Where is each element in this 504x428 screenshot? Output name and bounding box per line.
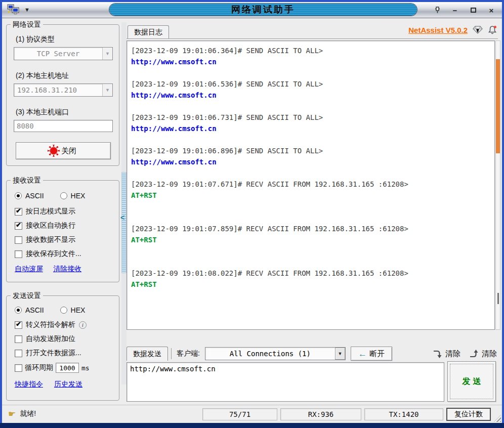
close-connection-button[interactable]: 关闭 — [16, 142, 111, 159]
chevron-down-icon[interactable]: ▼ — [102, 84, 112, 96]
arrow-curve-up-icon — [470, 349, 479, 359]
disconnect-label: 断开 — [369, 349, 385, 359]
connection-value: All Connections (1) — [205, 348, 335, 360]
system-menu[interactable]: ▼ — [7, 4, 30, 15]
cycle-label: 循环周期 — [25, 363, 53, 372]
tab-data-log[interactable]: 数据日志 — [128, 25, 169, 38]
splitter-grip[interactable] — [121, 172, 127, 273]
auto-append-checkbox[interactable] — [15, 335, 22, 343]
data-log-area[interactable]: [2023-12-09 19:01:06.364]# SEND ASCII TO… — [127, 40, 495, 330]
connection-select[interactable]: All Connections (1) ▼ — [205, 347, 346, 360]
send-settings-title: 发送设置 — [11, 291, 43, 301]
resize-grip[interactable] — [494, 415, 501, 422]
network-settings-title: 网络设置 — [11, 20, 43, 29]
send-button-focus-frame: 发送 — [450, 364, 493, 399]
host-select[interactable]: 192.168.31.210 ▼ — [14, 83, 113, 97]
window-title: 网络调试助手 — [231, 4, 295, 16]
title-capsule: 网络调试助手 — [109, 4, 417, 16]
log-entry-body: http://www.cmsoft.cn — [131, 56, 494, 67]
cycle-input[interactable] — [56, 363, 79, 373]
hide-recv-checkbox[interactable] — [15, 236, 22, 244]
version-link[interactable]: NetAssist V5.0.2 — [408, 26, 468, 34]
log-mode-label: 按日志模式显示 — [26, 207, 75, 216]
log-scrollbar[interactable] — [495, 40, 500, 330]
tab-data-send[interactable]: 数据发送 — [127, 347, 168, 361]
info-icon[interactable]: i — [79, 321, 87, 329]
log-entry-body: AT+RST — [131, 279, 494, 290]
auto-wrap-checkbox[interactable] — [15, 222, 22, 230]
panel-splitter[interactable]: < — [121, 22, 127, 384]
tab-data-log-label: 数据日志 — [134, 28, 162, 37]
auto-wrap-label: 接收区自动换行 — [26, 221, 75, 230]
send-data-input[interactable]: http://www.cmsoft.cn — [127, 362, 444, 402]
log-entry-header: [2023-12-09 19:01:06.896]# SEND ASCII TO… — [131, 145, 494, 156]
divider — [171, 348, 172, 359]
chevron-down-icon[interactable]: ▼ — [102, 48, 112, 60]
protocol-label: (1) 协议类型 — [16, 35, 55, 44]
recv-hex-label: HEX — [71, 192, 86, 200]
log-entry: [2023-12-09 19:01:07.671]# RECV ASCII FR… — [131, 179, 494, 201]
close-button[interactable]: × — [486, 5, 497, 15]
send-button-label: 发送 — [460, 376, 484, 387]
log-entry-body: http://www.cmsoft.cn — [131, 123, 494, 134]
auto-scroll-link[interactable]: 自动滚屏 — [15, 265, 43, 274]
send-button[interactable]: 发送 — [447, 361, 496, 402]
title-bar: ▼ 网络调试助手 − × — [2, 2, 502, 18]
chevron-down-icon[interactable]: ▼ — [335, 348, 345, 360]
maximize-button[interactable] — [468, 5, 479, 15]
escape-parse-label: 转义符指令解析 — [26, 320, 75, 329]
arrow-curve-down-icon — [433, 349, 442, 359]
recv-hex-radio[interactable] — [60, 192, 67, 199]
log-entry: [2023-12-09 19:01:06.364]# SEND ASCII TO… — [131, 45, 494, 67]
host-value: 192.168.31.210 — [14, 84, 102, 96]
log-entry-header: [2023-12-09 19:01:07.859]# RECV ASCII FR… — [131, 223, 494, 234]
cycle-checkbox[interactable] — [15, 364, 22, 372]
bell-icon[interactable] — [488, 25, 497, 34]
clear-send-button[interactable]: 清除 — [470, 349, 497, 359]
app-body: ▼ 网络调试助手 − × 网络设置 (1) 协议类 — [2, 2, 502, 423]
file-source-checkbox[interactable] — [15, 350, 22, 357]
file-source-label: 打开文件数据源... — [26, 349, 81, 358]
log-entry-header: [2023-12-09 19:01:06.536]# SEND ASCII TO… — [131, 78, 494, 90]
menu-caret-icon[interactable]: ▼ — [24, 7, 30, 13]
log-mode-checkbox[interactable] — [15, 208, 22, 216]
port-input[interactable] — [14, 120, 113, 132]
send-hex-radio[interactable] — [60, 307, 67, 314]
clear-receive-link[interactable]: 清除接收 — [53, 265, 81, 274]
tab-data-send-label: 数据发送 — [133, 350, 161, 359]
send-history-link[interactable]: 历史发送 — [54, 380, 82, 389]
connection-led-icon — [50, 147, 57, 154]
status-counter: 75/71 — [202, 408, 277, 420]
log-entry-header: [2023-12-09 19:01:07.671]# RECV ASCII FR… — [131, 179, 494, 190]
log-entry-body: AT+RST — [131, 234, 494, 245]
reset-count-button[interactable]: 复位计数 — [446, 408, 491, 421]
recv-ascii-label: ASCII — [25, 192, 44, 200]
collapse-left-icon[interactable]: < — [120, 213, 124, 222]
receive-settings-title: 接收设置 — [11, 176, 43, 185]
status-counter-value: 75/71 — [229, 410, 250, 418]
log-scrollbar-thumb[interactable] — [496, 59, 500, 153]
app-icon — [7, 4, 21, 15]
protocol-select[interactable]: TCP Server ▼ — [14, 47, 113, 60]
log-entry-header: [2023-12-09 19:01:06.364]# SEND ASCII TO… — [131, 45, 494, 56]
clear-send-label: 清除 — [482, 349, 497, 359]
log-entry-header: [2023-12-09 19:01:06.731]# SEND ASCII TO… — [131, 112, 494, 123]
shortcut-cmd-link[interactable]: 快捷指令 — [15, 380, 43, 389]
save-to-file-label: 接收保存到文件... — [26, 249, 81, 259]
send-hex-label: HEX — [71, 306, 86, 314]
pin-icon[interactable] — [433, 6, 442, 14]
tabstrip-divider — [127, 38, 498, 39]
minimize-button[interactable]: − — [449, 5, 460, 15]
recv-ascii-radio[interactable] — [15, 192, 22, 199]
escape-parse-checkbox[interactable] — [15, 321, 22, 329]
status-tx: TX:1420 — [364, 408, 443, 420]
gem-icon[interactable] — [473, 25, 483, 34]
status-bar: ☛ 就绪! 75/71 RX:936 TX:1420 复位计数 — [2, 405, 502, 423]
send-ascii-radio[interactable] — [15, 307, 22, 314]
log-entry-header: [2023-12-09 19:01:08.022]# RECV ASCII FR… — [131, 268, 494, 279]
log-entry-body: AT+RST — [131, 190, 494, 201]
disconnect-button[interactable]: ← 断开 — [351, 347, 392, 361]
clear-receive-button[interactable]: 清除 — [433, 349, 460, 359]
save-to-file-checkbox[interactable] — [15, 250, 22, 258]
log-entry: [2023-12-09 19:01:06.731]# SEND ASCII TO… — [131, 112, 494, 134]
